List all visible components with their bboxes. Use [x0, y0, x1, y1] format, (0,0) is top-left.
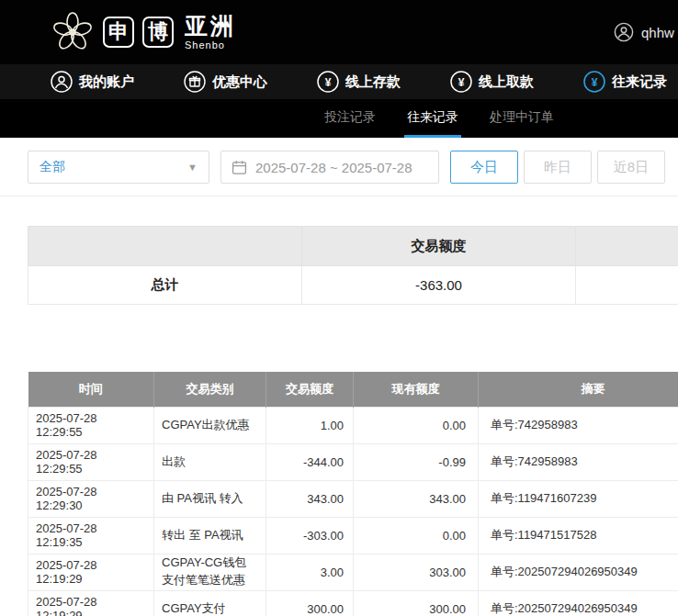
deposit-coin-icon: ¥	[317, 71, 339, 93]
table-row: 2025-07-28 12:19:35 转出 至 PA视讯 -303.00 0.…	[28, 517, 678, 554]
cell-memo: 单号:119471517528	[479, 517, 678, 554]
cell-time: 2025-07-28 12:29:55	[28, 443, 154, 480]
quick-range-last8days-button[interactable]: 近8日	[597, 151, 665, 184]
cell-amount: -303.00	[266, 517, 354, 554]
nav-item-label: 往来记录	[612, 73, 667, 91]
nav-item-my-account[interactable]: 我的账户	[51, 71, 134, 93]
brand-name: 亚洲	[185, 15, 236, 38]
cell-balance: 300.00	[354, 590, 479, 616]
cell-memo: 单号:202507294026950349	[479, 554, 678, 590]
transactions-table: 时间 交易类别 交易额度 现有额度 摘要 2025-07-28 12:29:55…	[28, 372, 678, 616]
nav-item-promotions[interactable]: 优惠中心	[184, 71, 267, 93]
summary-header-row: 交易额度	[28, 227, 678, 266]
nav-item-records[interactable]: ¥ 往来记录	[583, 71, 667, 93]
calendar-icon	[232, 160, 247, 175]
table-row: 2025-07-28 12:29:30 由 PA视讯 转入 343.00 343…	[28, 480, 678, 517]
col-header-balance: 现有额度	[354, 372, 479, 407]
records-coin-icon: ¥	[583, 71, 605, 93]
summary-amount-header: 交易额度	[302, 227, 576, 266]
summary-total-row: 总计 -363.00	[28, 266, 678, 305]
cell-balance: 0.00	[354, 407, 479, 443]
summary-empty-header	[28, 227, 302, 266]
brand-subtitle: Shenbo	[185, 39, 236, 50]
summary-total-value: -363.00	[302, 266, 576, 305]
flower-logo-icon	[51, 10, 95, 54]
username-text: qhhw	[641, 25, 674, 40]
cell-type: 由 PA视讯 转入	[154, 480, 266, 517]
col-header-time: 时间	[28, 372, 154, 407]
cell-amount: 343.00	[266, 480, 354, 517]
category-select-value: 全部	[40, 159, 65, 175]
cell-type: CGPAY出款优惠	[154, 407, 266, 443]
withdraw-coin-icon: ¥	[450, 71, 472, 93]
summary-empty-header	[576, 227, 678, 266]
cell-type: 出款	[154, 443, 266, 480]
cell-balance: -0.99	[354, 443, 479, 480]
cell-balance: 343.00	[354, 480, 479, 517]
user-account-menu[interactable]: qhhw	[614, 0, 674, 64]
cell-type: CGPAY-CG钱包支付笔笔送优惠	[154, 554, 266, 590]
top-header: 申 博 亚洲 Shenbo qhhw	[0, 0, 678, 64]
cell-time: 2025-07-28 12:19:29	[28, 554, 154, 590]
summary-empty-cell	[576, 266, 678, 305]
cell-memo: 单号:202507294026950349	[479, 590, 678, 616]
main-nav: 我的账户 优惠中心 ¥ 线上存款 ¥	[0, 64, 678, 99]
cell-memo: 单号:742958983	[479, 443, 678, 480]
svg-text:¥: ¥	[325, 76, 332, 89]
date-range-input[interactable]: 2025-07-28 ~ 2025-07-28	[220, 151, 439, 184]
cell-memo: 单号:742958983	[479, 407, 678, 443]
tab-pending-orders[interactable]: 处理中订单	[487, 99, 557, 138]
gift-icon	[184, 71, 206, 93]
date-range-value: 2025-07-28 ~ 2025-07-28	[255, 160, 412, 175]
cell-balance: 303.00	[354, 554, 479, 590]
cell-balance: 0.00	[354, 517, 479, 554]
transactions-header-row: 时间 交易类别 交易额度 现有额度 摘要	[28, 372, 678, 407]
cell-time: 2025-07-28 12:29:30	[28, 480, 154, 517]
quick-range-group: 今日 昨日 近8日	[450, 151, 665, 184]
col-header-type: 交易类别	[154, 372, 266, 407]
logo-char-box: 申	[103, 17, 134, 48]
account-icon	[51, 71, 73, 93]
cell-time: 2025-07-28 12:19:35	[28, 517, 154, 554]
user-avatar-icon	[614, 22, 634, 42]
tab-bet-records[interactable]: 投注记录	[322, 99, 379, 138]
col-header-amount: 交易额度	[266, 372, 354, 407]
chevron-down-icon: ▼	[187, 162, 198, 173]
section-divider	[0, 196, 678, 196]
cell-time: 2025-07-28 12:19:29	[28, 590, 154, 616]
cell-type: CGPAY支付	[154, 590, 266, 616]
record-tabs: 投注记录 往来记录 处理中订单	[0, 99, 678, 138]
table-row: 2025-07-28 12:19:29 CGPAY-CG钱包支付笔笔送优惠 3.…	[28, 554, 678, 590]
cell-amount: 300.00	[266, 590, 354, 616]
cell-amount: 1.00	[266, 407, 354, 443]
table-row: 2025-07-28 12:29:55 CGPAY出款优惠 1.00 0.00 …	[28, 407, 678, 443]
nav-item-label: 线上存款	[345, 73, 401, 91]
cell-amount: 3.00	[266, 554, 354, 590]
table-row: 2025-07-28 12:19:29 CGPAY支付 300.00 300.0…	[28, 590, 678, 616]
quick-range-today-button[interactable]: 今日	[450, 151, 518, 184]
nav-item-label: 我的账户	[79, 73, 134, 91]
cell-amount: -344.00	[266, 443, 354, 480]
summary-total-label: 总计	[28, 266, 302, 305]
tab-transaction-records[interactable]: 往来记录	[404, 99, 461, 138]
summary-table: 交易额度 总计 -363.00	[28, 226, 678, 305]
brand-logo[interactable]: 申 博 亚洲 Shenbo	[51, 10, 236, 54]
brand-text: 亚洲 Shenbo	[185, 15, 236, 50]
cell-time: 2025-07-28 12:29:55	[28, 407, 154, 443]
logo-char-box: 博	[142, 17, 174, 48]
table-row: 2025-07-28 12:29:55 出款 -344.00 -0.99 单号:…	[28, 443, 678, 480]
col-header-memo: 摘要	[479, 372, 678, 407]
nav-item-label: 线上取款	[479, 73, 534, 91]
cell-memo: 单号:119471607239	[479, 480, 678, 517]
svg-text:¥: ¥	[592, 76, 598, 89]
category-select[interactable]: 全部 ▼	[28, 151, 209, 184]
cell-type: 转出 至 PA视讯	[154, 517, 266, 554]
nav-item-deposit[interactable]: ¥ 线上存款	[317, 71, 401, 93]
quick-range-yesterday-button[interactable]: 昨日	[524, 151, 592, 184]
nav-item-label: 优惠中心	[212, 73, 267, 91]
filter-bar: 全部 ▼ 2025-07-28 ~ 2025-07-28 今日 昨日 近8日	[0, 138, 678, 184]
nav-item-withdrawal[interactable]: ¥ 线上取款	[450, 71, 534, 93]
svg-text:¥: ¥	[458, 76, 465, 89]
